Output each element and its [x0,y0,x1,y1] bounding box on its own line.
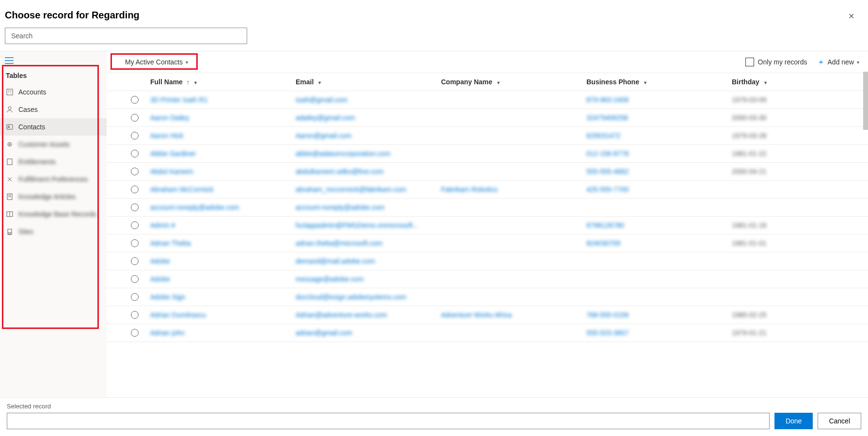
hamburger-icon[interactable] [0,55,107,67]
cell-fullname[interactable]: Adrian john [150,329,185,337]
sidebar-item-accounts[interactable]: Accounts [0,83,107,101]
table-row[interactable]: account-noreply@adobe.comaccount-noreply… [107,199,868,217]
chevron-down-icon: ▾ [764,80,767,85]
column-header-company[interactable]: Company Name ▾ [441,78,586,86]
sidebar-item-knowledge-base-records[interactable]: Knowledge Base Records [0,205,107,223]
row-radio[interactable] [131,168,139,175]
table-row[interactable]: Adobe Signdoccloud@esign.adobesystems.co… [107,288,868,306]
svg-rect-9 [7,125,13,129]
cell-fullname[interactable]: Abraham McCormick [150,186,214,193]
cell-email[interactable]: doccloud@esign.adobesystems.com [296,293,406,301]
cell-email[interactable]: demand@mail.adobe.com [296,257,375,265]
table-row[interactable]: Abraham McCormickabraham_mccormick@fabri… [107,181,868,199]
sidebar-item-cases[interactable]: Cases [0,101,107,118]
table-row[interactable]: Aaron HickAaron@gmail.com6295314721979-0… [107,127,868,145]
sidebar-item-contacts[interactable]: Contacts [0,118,107,136]
selected-record-input[interactable] [7,413,770,429]
cell-email[interactable]: adnan.theba@microsoft.com [296,239,382,247]
sidebar-item-sites[interactable]: Sites [0,223,107,240]
view-selector[interactable]: My Active Contacts ▾ [121,56,192,68]
cell-phone[interactable]: 629531472 [586,132,620,140]
row-radio[interactable] [131,239,139,247]
cell-email[interactable]: abbie@adatumcorporation.com [296,150,391,157]
cell-phone[interactable]: 824030709 [586,239,620,247]
cell-email[interactable]: isaih@gmail.com [296,96,347,104]
table-row[interactable]: Aaron Daileyadailey@gmail.com32475406258… [107,109,868,127]
cell-fullname[interactable]: Aaron Hick [150,132,183,140]
sidebar-item-knowledge-articles[interactable]: Knowledge Articles [0,188,107,205]
row-radio[interactable] [131,203,139,211]
only-my-records-toggle[interactable]: Only my records [745,58,807,66]
cell-fullname[interactable]: Abbie Gardiner [150,150,196,157]
cell-email[interactable]: Aaron@gmail.com [296,132,351,140]
search-input[interactable] [5,28,247,44]
table-row[interactable]: Adrian johnadrian@gmail.com555-523-36571… [107,324,868,342]
cell-phone[interactable]: 879-963-2406 [586,96,629,104]
row-radio[interactable] [131,311,139,319]
row-radio[interactable] [131,329,139,337]
column-header-birthday[interactable]: Birthday ▾ [732,78,829,86]
row-radio[interactable] [131,114,139,122]
table-row[interactable]: Adobemessage@adobe.com [107,270,868,288]
pref-icon [6,175,14,183]
cell-fullname[interactable]: Adobe Sign [150,293,185,301]
table-row[interactable]: Adrian DumitrascuAdrian@adventure-works.… [107,306,868,324]
cell-email[interactable]: account-noreply@adobe.com [296,203,384,211]
cell-fullname[interactable]: Adobe [150,257,170,265]
sidebar-item-customer-assets[interactable]: Customer Assets [0,136,107,153]
table-row[interactable]: Admin #fsclappadmin@FMGDemo.onmicrosoft.… [107,217,868,234]
cell-fullname[interactable]: Aaron Dailey [150,114,189,122]
table-row[interactable]: 3D Printer Isaih R1isaih@gmail.com879-96… [107,91,868,109]
cell-fullname[interactable]: account-noreply@adobe.com [150,203,239,211]
row-radio[interactable] [131,96,139,104]
table-row[interactable]: Adnan Thebaadnan.theba@microsoft.com8240… [107,234,868,252]
sidebar-item-label: Entitlements [18,158,56,166]
svg-point-12 [9,144,11,145]
cell-email[interactable]: message@adobe.com [296,275,363,283]
row-radio[interactable] [131,257,139,265]
cancel-button[interactable]: Cancel [818,413,861,429]
cell-fullname[interactable]: Admin # [150,221,175,229]
cell-fullname[interactable]: Abdul Kareem [150,168,193,175]
table-row[interactable]: Adobedemand@mail.adobe.com [107,252,868,270]
cell-email[interactable]: abraham_mccormick@fabrikam.com [296,186,406,193]
table-row[interactable]: Abbie Gardinerabbie@adatumcorporation.co… [107,145,868,163]
done-button[interactable]: Done [774,413,813,429]
cell-company[interactable]: Adventure Works Africa [441,311,512,319]
column-header-email[interactable]: Email ▾ [296,78,441,86]
sidebar-item-entitlements[interactable]: Entitlements [0,153,107,171]
cell-fullname[interactable]: 3D Printer Isaih R1 [150,96,207,104]
cell-email[interactable]: adrian@gmail.com [296,329,352,337]
column-header-fullname[interactable]: Full Name ↑ ▾ [150,78,296,86]
cell-email[interactable]: abdulkareem.wilko@live.com [296,168,384,175]
cell-phone[interactable]: 768-555-0156 [586,311,629,319]
row-radio[interactable] [131,293,139,301]
column-header-phone[interactable]: Business Phone ▾ [586,78,732,86]
cell-phone[interactable]: 6798126780 [586,221,624,229]
row-radio[interactable] [131,150,139,157]
cell-email[interactable]: adailey@gmail.com [296,114,355,122]
table-row[interactable]: Abdul Kareemabdulkareem.wilko@live.com55… [107,163,868,181]
row-radio[interactable] [131,221,139,229]
chevron-down-icon: ▾ [857,60,859,65]
row-radio[interactable] [131,186,139,193]
sidebar-item-fulfillment-preferences[interactable]: Fulfillment Preferences [0,171,107,188]
cell-birthday: 1981-01-22 [732,150,767,157]
cell-phone[interactable]: 555-523-3657 [586,329,629,337]
add-new-button[interactable]: ＋ Add new ▾ [817,57,859,67]
cell-phone[interactable]: 425-555-7700 [586,186,629,193]
cell-email[interactable]: Adrian@adventure-works.com [296,311,387,319]
only-my-records-label: Only my records [758,58,807,66]
cell-phone[interactable]: 555-555-4682 [586,168,629,175]
cell-fullname[interactable]: Adobe [150,275,170,283]
cell-email[interactable]: fsclappadmin@FMGDemo.onmicrosoft... [296,221,418,229]
row-radio[interactable] [131,275,139,283]
row-radio[interactable] [131,132,139,140]
cell-phone[interactable]: 32475406258 [586,114,628,122]
cell-fullname[interactable]: Adrian Dumitrascu [150,311,206,319]
scrollbar[interactable] [863,72,868,130]
close-icon[interactable]: ✕ [846,10,856,23]
cell-phone[interactable]: 012-156-8778 [586,150,629,157]
cell-fullname[interactable]: Adnan Theba [150,239,191,247]
cell-company[interactable]: Fabrikam Robotics [441,186,498,193]
